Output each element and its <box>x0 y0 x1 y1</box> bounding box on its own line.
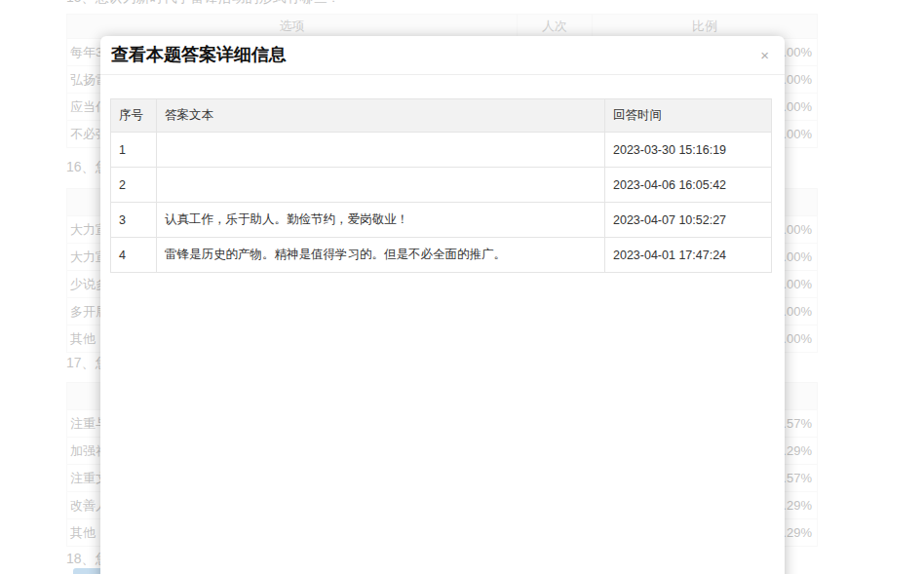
column-header-number: 序号 <box>111 99 157 133</box>
answer-text <box>157 168 605 203</box>
close-icon[interactable]: × <box>758 46 771 64</box>
answer-text: 雷锋是历史的产物。精神是值得学习的。但是不必全面的推广。 <box>157 238 605 273</box>
answer-number: 4 <box>111 238 157 273</box>
column-header-answer-text: 答案文本 <box>157 99 605 133</box>
table-header-row: 序号 答案文本 回答时间 <box>111 99 772 133</box>
answer-number: 2 <box>111 168 157 203</box>
answer-text: 认真工作，乐于助人。勤俭节约，爱岗敬业！ <box>157 203 605 238</box>
answer-time: 2023-04-06 16:05:42 <box>605 168 772 203</box>
modal-header: 查看本题答案详细信息 × <box>100 36 785 75</box>
answer-detail-table: 序号 答案文本 回答时间 1 2023-03-30 15:16:19 2 202… <box>110 98 772 273</box>
answer-number: 1 <box>111 133 157 168</box>
modal-title: 查看本题答案详细信息 <box>111 43 287 66</box>
answer-text <box>157 133 605 168</box>
table-row: 3 认真工作，乐于助人。勤俭节约，爱岗敬业！ 2023-04-07 10:52:… <box>111 203 772 238</box>
table-row: 2 2023-04-06 16:05:42 <box>111 168 772 203</box>
answer-time: 2023-04-07 10:52:27 <box>605 203 772 238</box>
answer-detail-modal: 查看本题答案详细信息 × 序号 答案文本 回答时间 1 2023-03-30 1… <box>100 36 785 574</box>
answer-number: 3 <box>111 203 157 238</box>
column-header-answer-time: 回答时间 <box>605 99 772 133</box>
table-row: 4 雷锋是历史的产物。精神是值得学习的。但是不必全面的推广。 2023-04-0… <box>111 238 772 273</box>
modal-body: 序号 答案文本 回答时间 1 2023-03-30 15:16:19 2 202… <box>100 75 785 273</box>
answer-time: 2023-03-30 15:16:19 <box>605 133 772 168</box>
table-row: 1 2023-03-30 15:16:19 <box>111 133 772 168</box>
answer-time: 2023-04-01 17:47:24 <box>605 238 772 273</box>
